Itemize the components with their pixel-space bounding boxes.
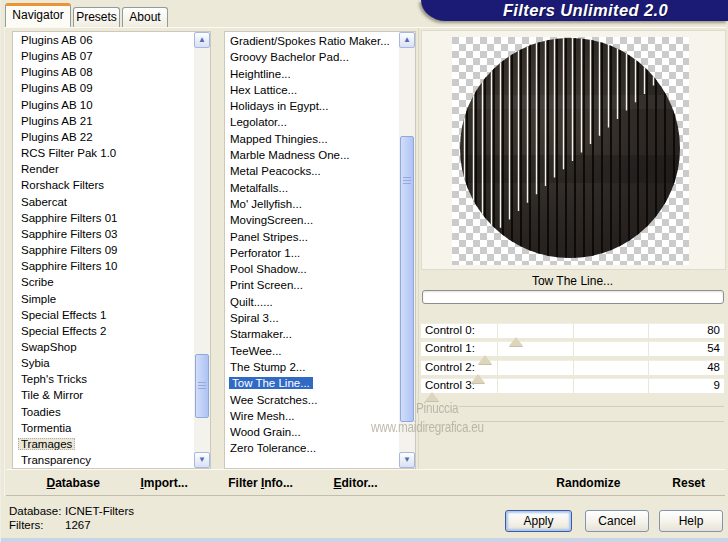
- cancel-button[interactable]: Cancel: [585, 510, 649, 532]
- list-item[interactable]: Print Screen...: [225, 277, 415, 293]
- slider-track[interactable]: Control 2:48: [421, 360, 724, 375]
- toolbar-database-button[interactable]: Database: [47, 476, 100, 490]
- list-item[interactable]: Metalfalls...: [225, 180, 415, 196]
- slider-handle-icon[interactable]: [425, 392, 439, 401]
- list-item[interactable]: Sapphire Filters 10: [13, 258, 210, 274]
- slider-track[interactable]: Control 1:54: [421, 341, 724, 356]
- list-item[interactable]: Quilt......: [225, 294, 415, 310]
- toolbar-import----button[interactable]: Import...: [140, 476, 187, 490]
- control-label: Control 3:: [425, 379, 475, 391]
- list-item[interactable]: Plugins AB 06: [13, 32, 210, 48]
- progress-bar: [422, 290, 724, 304]
- list-item[interactable]: Groovy Bachelor Pad...: [225, 49, 415, 65]
- toolbar-randomize-button[interactable]: Randomize: [556, 476, 620, 490]
- list-item[interactable]: Sybia: [13, 355, 210, 371]
- toolbar-editor----button[interactable]: Editor...: [333, 476, 377, 490]
- scroll-down-icon[interactable]: ▼: [194, 452, 210, 468]
- scroll-thumb[interactable]: [400, 136, 414, 422]
- list-item[interactable]: Starmaker...: [225, 326, 415, 342]
- slider-track[interactable]: Control 3:9: [421, 378, 724, 393]
- list-item[interactable]: Spiral 3...: [225, 310, 415, 326]
- list-item[interactable]: Zero Tolerance...: [225, 440, 415, 456]
- list-item[interactable]: Plugins AB 22: [13, 129, 210, 145]
- list-item[interactable]: Mapped Thingies...: [225, 131, 415, 147]
- list-item[interactable]: Heightline...: [225, 66, 415, 82]
- tick-mark: [497, 378, 498, 393]
- list-item[interactable]: Teph's Tricks: [13, 371, 210, 387]
- tick-mark: [648, 323, 649, 338]
- apply-button[interactable]: Apply: [505, 510, 572, 532]
- list-item[interactable]: Marble Madness One...: [225, 147, 415, 163]
- scroll-up-icon[interactable]: ▲: [399, 32, 415, 48]
- list-item[interactable]: Special Effects 2: [13, 323, 210, 339]
- list-item[interactable]: Hex Lattice...: [225, 82, 415, 98]
- filter-scrollbar[interactable]: ▲ ▼: [399, 32, 415, 468]
- list-item[interactable]: Plugins AB 08: [13, 64, 210, 80]
- list-item[interactable]: Sapphire Filters 01: [13, 210, 210, 226]
- list-item[interactable]: Tow The Line...: [225, 375, 415, 391]
- filters-unlimited-dialog: Filters Unlimited 2.0 NavigatorPresetsAb…: [0, 0, 728, 542]
- list-item[interactable]: Mo' Jellyfish...: [225, 196, 415, 212]
- list-item[interactable]: Render: [13, 161, 210, 177]
- tick-mark: [497, 341, 498, 356]
- list-item[interactable]: Plugins AB 07: [13, 48, 210, 64]
- tab-navigator[interactable]: Navigator: [5, 3, 71, 27]
- list-item[interactable]: Simple: [13, 291, 210, 307]
- list-item[interactable]: Tormentia: [13, 420, 210, 436]
- list-item[interactable]: Sapphire Filters 09: [13, 242, 210, 258]
- list-item[interactable]: Plugins AB 21: [13, 113, 210, 129]
- list-item[interactable]: Scribe: [13, 274, 210, 290]
- preview-panel: Tow The Line... Control 0:80Control 1:54…: [421, 29, 727, 469]
- list-item[interactable]: Transparency: [13, 452, 210, 468]
- toolbar-reset-button[interactable]: Reset: [672, 476, 705, 490]
- slider-handle-icon[interactable]: [471, 374, 485, 383]
- list-item[interactable]: Wee Scratches...: [225, 392, 415, 408]
- list-item[interactable]: Plugins AB 09: [13, 80, 210, 96]
- category-listbox[interactable]: Plugins AB 06Plugins AB 07Plugins AB 08P…: [12, 31, 211, 469]
- control-value: 54: [707, 342, 720, 354]
- list-item[interactable]: Metal Peacocks...: [225, 163, 415, 179]
- filters-label: Filters:: [9, 519, 44, 531]
- list-item[interactable]: Toadies: [13, 404, 210, 420]
- list-item[interactable]: The Stump 2...: [225, 359, 415, 375]
- list-item[interactable]: Tramages: [13, 436, 210, 452]
- list-item[interactable]: RCS Filter Pak 1.0: [13, 145, 210, 161]
- list-item[interactable]: Special Effects 1: [13, 307, 210, 323]
- list-item[interactable]: Legolator...: [225, 114, 415, 130]
- list-item[interactable]: TeeWee...: [225, 343, 415, 359]
- list-item[interactable]: Wood Grain...: [225, 424, 415, 440]
- list-item[interactable]: Perforator 1...: [225, 245, 415, 261]
- scroll-up-icon[interactable]: ▲: [194, 32, 210, 48]
- filter-listbox[interactable]: Gradient/Spokes Ratio Maker...Groovy Bac…: [224, 31, 416, 469]
- list-item[interactable]: Sapphire Filters 03: [13, 226, 210, 242]
- list-item[interactable]: Sabercat: [13, 194, 210, 210]
- list-item[interactable]: Plugins AB 10: [13, 97, 210, 113]
- list-item[interactable]: Wire Mesh...: [225, 408, 415, 424]
- list-item[interactable]: Holidays in Egypt...: [225, 98, 415, 114]
- list-item[interactable]: SwapShop: [13, 339, 210, 355]
- category-scrollbar[interactable]: ▲ ▼: [194, 32, 210, 468]
- selected-list-item[interactable]: Tramages: [18, 438, 75, 450]
- list-item[interactable]: Pool Shadow...: [225, 261, 415, 277]
- scroll-thumb[interactable]: [195, 354, 209, 418]
- list-item[interactable]: Panel Stripes...: [225, 229, 415, 245]
- toolbar-filter-info----button[interactable]: Filter Info...: [228, 476, 293, 490]
- list-item[interactable]: Gradient/Spokes Ratio Maker...: [225, 33, 415, 49]
- scroll-down-icon[interactable]: ▼: [399, 452, 415, 468]
- help-button[interactable]: Help: [659, 510, 723, 532]
- tab-presets[interactable]: Presets: [73, 7, 120, 27]
- selected-list-item[interactable]: Tow The Line...: [229, 377, 313, 389]
- slider-handle-icon[interactable]: [478, 355, 492, 364]
- tick-mark: [497, 323, 498, 338]
- list-item[interactable]: Tile & Mirror: [13, 387, 210, 403]
- list-item[interactable]: MovingScreen...: [225, 212, 415, 228]
- tab-about[interactable]: About: [122, 7, 168, 27]
- slider-track[interactable]: Control 0:80: [421, 323, 724, 338]
- toolbar-right-group: RandomizeReset: [418, 476, 725, 490]
- slider-handle-icon[interactable]: [509, 337, 523, 346]
- list-item[interactable]: Rorshack Filters: [13, 177, 210, 193]
- thumb-grip-icon: [403, 177, 411, 185]
- toolbar-left-group: DatabaseImport...Filter Info...Editor...: [6, 476, 418, 490]
- control-label: Control 1:: [425, 342, 475, 354]
- selected-filter-caption: Tow The Line...: [421, 274, 724, 288]
